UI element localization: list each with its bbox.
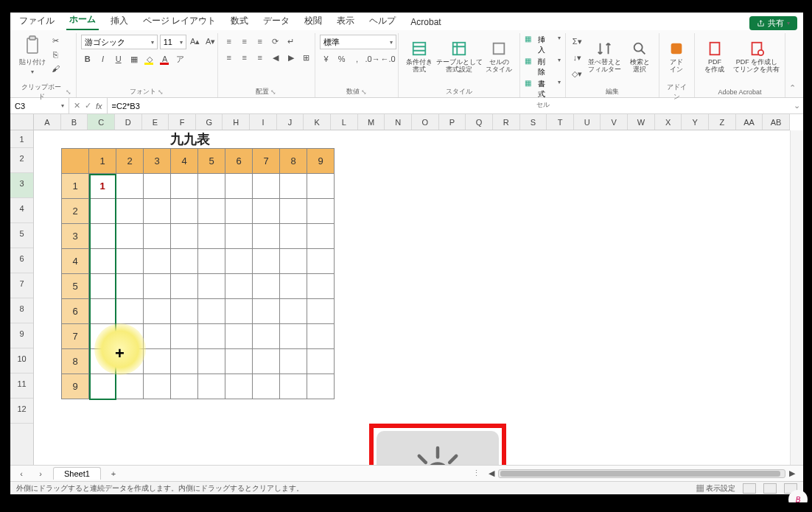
increase-decimal-button[interactable]: .0→ [366,52,379,66]
percent-button[interactable]: % [335,52,349,66]
accept-formula-button[interactable]: ✓ [85,101,91,111]
font-size-combo[interactable]: 11▾ [160,35,186,49]
tab-formulas[interactable]: 数式 [228,13,251,30]
share-button[interactable]: 共有 ▾ [749,16,797,30]
row-headers[interactable]: 123456789101112 [10,130,34,465]
currency-button[interactable]: ¥ [320,52,333,66]
column-header[interactable]: P [439,114,466,130]
new-sheet-button[interactable]: + [107,467,120,480]
row-header[interactable]: 1 [10,130,33,148]
addins-button[interactable]: アド イン [664,35,689,79]
row-header[interactable]: 6 [10,248,33,273]
column-header[interactable]: G [196,114,223,130]
column-header[interactable]: R [493,114,520,130]
sort-filter-button[interactable]: 並べ替えと フィルター [587,35,622,79]
number-format-combo[interactable]: 標準▾ [320,35,396,49]
alignment-launcher[interactable]: ⤡ [270,88,276,96]
align-left-button[interactable]: ≡ [223,51,236,64]
row-header[interactable]: 11 [10,374,33,399]
column-header[interactable]: I [250,114,277,130]
column-header[interactable]: U [574,114,601,130]
decrease-font-button[interactable]: A▾ [204,35,217,48]
increase-font-button[interactable]: A▴ [189,35,202,48]
tab-review[interactable]: 校閲 [301,13,325,30]
column-header[interactable]: Q [466,114,493,130]
horizontal-scrollbar[interactable] [498,469,785,478]
number-launcher[interactable]: ⤡ [361,88,367,96]
tab-home[interactable]: ホーム [66,12,99,30]
column-header[interactable]: D [115,114,142,130]
autosum-button[interactable]: Σ▾ [570,35,584,48]
comma-button[interactable]: , [351,52,364,66]
hscroll-left-button[interactable]: ◀ [485,467,498,480]
align-right-button[interactable]: ≡ [253,51,267,64]
row-header[interactable]: 3 [10,173,33,198]
font-launcher[interactable]: ⤡ [158,88,164,96]
column-header[interactable]: AA [736,114,763,130]
column-header[interactable]: T [547,114,574,130]
orientation-button[interactable]: ⟳ [269,35,282,48]
italic-button[interactable]: I [97,52,110,66]
column-header[interactable]: V [601,114,628,130]
font-color-button[interactable]: A [158,52,172,66]
clipboard-launcher[interactable]: ⤡ [66,88,71,96]
wrap-text-button[interactable]: ↵ [284,35,298,48]
column-header[interactable]: F [169,114,196,130]
tab-data[interactable]: データ [260,13,293,30]
find-select-button[interactable]: 検索と 選択 [625,35,654,79]
format-as-table-button[interactable]: テーブルとして 書式設定 [438,35,480,79]
sheet-prev-button[interactable]: ‹ [15,467,28,480]
row-header[interactable]: 12 [10,399,33,424]
tab-acrobat[interactable]: Acrobat [407,15,444,30]
column-header[interactable]: M [358,114,385,130]
tab-page-layout[interactable]: ページ レイアウト [140,13,219,30]
column-header[interactable]: B [61,114,88,130]
spreadsheet-grid[interactable]: ABCDEFGHIJKLMNOPQRSTUVWXYZAAAB 123456789… [10,114,803,465]
expand-formula-bar-button[interactable]: ⌄ [790,99,803,113]
tab-insert[interactable]: 挿入 [108,13,131,30]
align-bottom-button[interactable]: ≡ [253,35,267,48]
select-all-corner[interactable] [10,114,34,130]
align-top-button[interactable]: ≡ [223,35,236,48]
cancel-formula-button[interactable]: ✕ [74,101,80,111]
phonetic-button[interactable]: ア [174,52,187,66]
row-header[interactable]: 7 [10,273,33,298]
format-cells-button[interactable]: ▦ 書式 ▾ [525,79,561,99]
hscroll-right-button[interactable]: ▶ [785,467,799,480]
cells-area[interactable]: 九九表 1 2 3 4 5 6 7 8 9 11 2 3 4 5 [34,130,790,465]
sheet-next-button[interactable]: › [34,467,47,480]
row-header[interactable]: 5 [10,223,33,248]
copy-button[interactable]: ⎘ [49,49,62,60]
tab-view[interactable]: 表示 [334,13,357,30]
name-box[interactable]: C3▾ [10,98,69,113]
row-header[interactable]: 8 [10,298,33,323]
column-header[interactable]: K [304,114,331,130]
column-header[interactable]: S [520,114,547,130]
paste-button[interactable]: 貼り付け ▾ [19,35,46,76]
column-header[interactable]: W [628,114,655,130]
bold-button[interactable]: B [81,52,94,66]
fx-icon[interactable]: fx [96,102,102,111]
formula-input[interactable]: =C2*B3 [108,102,790,111]
indent-decrease-button[interactable]: ◀ [269,51,282,64]
column-headers[interactable]: ABCDEFGHIJKLMNOPQRSTUVWXYZAAAB [34,114,790,130]
column-header[interactable]: O [412,114,439,130]
column-header[interactable]: X [655,114,682,130]
row-header[interactable]: 4 [10,198,33,223]
underline-button[interactable]: U [112,52,125,66]
merge-button[interactable]: ⊞ [300,51,313,64]
clear-button[interactable]: ◇▾ [570,67,584,80]
align-middle-button[interactable]: ≡ [238,35,251,48]
font-name-combo[interactable]: 游ゴシック▾ [81,35,158,49]
cut-button[interactable]: ✂ [49,35,62,46]
normal-view-button[interactable] [743,483,756,494]
column-header[interactable]: Z [709,114,736,130]
column-header[interactable]: AB [763,114,790,130]
fill-button[interactable]: ↓▾ [570,51,584,64]
conditional-format-button[interactable]: 条件付き 書式 [403,35,435,79]
column-header[interactable]: A [34,114,61,130]
page-layout-view-button[interactable] [763,483,777,494]
align-center-button[interactable]: ≡ [238,51,251,64]
column-header[interactable]: C [88,114,115,130]
tab-file[interactable]: ファイル [16,13,57,30]
